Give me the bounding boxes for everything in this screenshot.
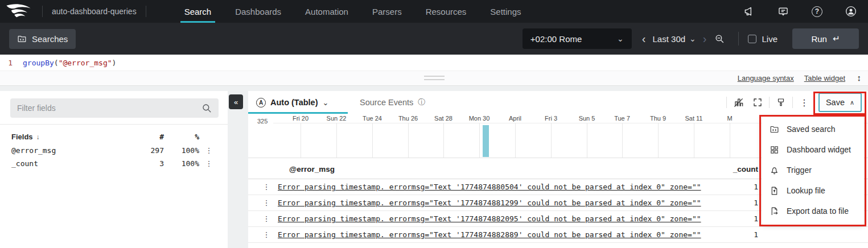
- menu-item-label: Trigger: [787, 166, 812, 175]
- error-msg-cell[interactable]: Error parsing timestamp. errormsg="Text …: [278, 183, 718, 191]
- live-toggle: Live: [748, 34, 778, 44]
- timezone-selector[interactable]: +02:00 Rome ⌄: [523, 28, 632, 49]
- nav-item-automation[interactable]: Automation: [293, 0, 360, 23]
- menu-item-label: Saved search: [787, 125, 836, 134]
- more-options-button[interactable]: ⋮: [795, 93, 814, 112]
- query-string-arg: "@error_msg": [59, 59, 112, 67]
- row-menu-button[interactable]: ⋮: [255, 214, 278, 223]
- table-widget-link[interactable]: Table widget: [804, 74, 845, 82]
- error-msg-cell[interactable]: Error parsing timestamp. errormsg="Text …: [278, 214, 718, 223]
- query-toolbar: Searches +02:00 Rome ⌄ ‹ Last 30d ⌄ › Li…: [0, 23, 868, 55]
- enter-icon: ↵: [833, 34, 840, 44]
- chevron-down-icon: ⌄: [323, 98, 329, 107]
- sort-down-icon: ↓: [36, 133, 40, 141]
- collapse-fields-panel-button[interactable]: «: [229, 94, 243, 109]
- time-shift-back-button[interactable]: ‹: [639, 33, 649, 44]
- menu-item-lookup-file[interactable]: Lookup file: [762, 180, 864, 201]
- query-text[interactable]: groupBy("@error_msg"): [17, 59, 116, 67]
- column-header-error-msg[interactable]: @error_msg: [289, 165, 335, 173]
- toolbar-divider: [726, 97, 727, 108]
- run-label: Run: [811, 34, 827, 44]
- zoom-out-button[interactable]: [710, 29, 729, 48]
- field-name[interactable]: @error_msg: [11, 146, 131, 155]
- announcements-icon[interactable]: [743, 6, 755, 17]
- main-nav: Search Dashboards Automation Parsers Res…: [172, 0, 533, 23]
- chart-gridline: [515, 123, 516, 158]
- count-column-header: #: [131, 133, 164, 141]
- row-menu-button[interactable]: ⋮: [255, 230, 278, 239]
- fullscreen-icon[interactable]: [748, 93, 767, 112]
- fields-panel: Fields↓ # % @error_msg 297 100% ⋮ _count…: [0, 91, 228, 248]
- chart-gridline: [301, 123, 301, 158]
- chart-gridline: [694, 123, 694, 158]
- query-paren: ): [112, 59, 117, 67]
- fields-sort-header[interactable]: Fields↓: [11, 133, 131, 141]
- column-header-count[interactable]: _count: [733, 165, 758, 173]
- row-menu-button[interactable]: ⋮: [255, 199, 278, 207]
- editor-resize-handle[interactable]: [424, 76, 445, 82]
- language-syntax-link[interactable]: Language syntax: [738, 74, 794, 82]
- field-name[interactable]: _count: [11, 159, 131, 168]
- live-label: Live: [762, 34, 778, 44]
- x-tick-label: Thu 9: [650, 115, 666, 122]
- timezone-value: +02:00 Rome: [530, 34, 582, 44]
- searches-button[interactable]: Searches: [9, 29, 76, 49]
- count-cell: 1: [718, 230, 758, 239]
- results-toolbar: ⋮: [725, 93, 814, 112]
- field-menu-button[interactable]: ⋮: [199, 159, 219, 168]
- expand-editor-icon[interactable]: ↕: [857, 73, 862, 82]
- folder-code-icon: [17, 34, 27, 44]
- top-navbar: auto-dashboard-queries Search Dashboards…: [0, 0, 868, 23]
- chevron-down-icon: ⌄: [617, 35, 624, 43]
- help-icon[interactable]: ?: [812, 6, 822, 17]
- menu-item-saved-search[interactable]: Saved search: [762, 119, 864, 139]
- row-menu-button[interactable]: ⋮: [255, 183, 278, 191]
- dashboard-grid-icon: [770, 145, 779, 155]
- menu-item-trigger[interactable]: Trigger: [762, 160, 864, 180]
- search-icon: [201, 103, 212, 113]
- chart-gridline: [443, 123, 444, 158]
- chart-gridline: [551, 123, 552, 158]
- chevron-up-icon: ∧: [850, 99, 854, 106]
- display-options-icon[interactable]: [771, 93, 791, 112]
- chevron-down-icon: ⌄: [689, 35, 696, 43]
- nav-item-dashboards[interactable]: Dashboards: [223, 0, 293, 23]
- query-editor[interactable]: 1 groupBy("@error_msg"): [0, 55, 868, 71]
- bell-icon: [770, 166, 779, 175]
- nav-item-parsers[interactable]: Parsers: [360, 0, 414, 23]
- app-root: auto-dashboard-queries Search Dashboards…: [0, 0, 868, 248]
- nav-item-settings[interactable]: Settings: [478, 0, 533, 23]
- field-count: 3: [131, 159, 164, 168]
- feedback-icon[interactable]: [778, 6, 789, 17]
- error-msg-cell[interactable]: Error parsing timestamp. errormsg="Text …: [278, 199, 718, 207]
- tab-source-events[interactable]: Source Events ⓘ: [360, 91, 425, 114]
- auto-format-icon: A: [256, 98, 266, 108]
- y-axis-top-label: 325: [257, 118, 268, 125]
- run-button[interactable]: Run ↵: [792, 28, 859, 49]
- count-cell: 1: [718, 199, 758, 207]
- field-menu-button[interactable]: ⋮: [199, 146, 219, 155]
- menu-item-label: Lookup file: [787, 186, 825, 195]
- info-icon[interactable]: ⓘ: [418, 97, 425, 108]
- nav-item-search[interactable]: Search: [172, 0, 224, 23]
- crowdstrike-falcon-logo[interactable]: [5, 3, 33, 20]
- user-avatar[interactable]: [845, 6, 857, 17]
- error-msg-cell[interactable]: Error parsing timestamp. errormsg="Text …: [278, 230, 718, 239]
- menu-item-dashboard-widget[interactable]: Dashboard widget: [762, 139, 864, 160]
- tab-auto-table[interactable]: A Auto (Table) ⌄: [256, 91, 328, 114]
- repository-name[interactable]: auto-dashboard-queries: [52, 7, 137, 16]
- time-range-selector[interactable]: Last 30d ⌄: [653, 34, 696, 44]
- navbar-divider: [42, 6, 43, 17]
- menu-item-export-data[interactable]: Export data to file: [762, 201, 864, 221]
- chart-gridline: [479, 123, 480, 158]
- hide-histogram-icon[interactable]: [729, 93, 748, 112]
- menu-item-label: Export data to file: [787, 206, 849, 216]
- histogram-bar[interactable]: [483, 125, 489, 157]
- save-button[interactable]: Save ∧: [818, 93, 862, 112]
- tab-auto-label: Auto (Table): [270, 98, 318, 107]
- filter-fields-input[interactable]: [10, 98, 219, 118]
- live-checkbox[interactable]: [748, 35, 756, 43]
- x-tick-label: Sun 22: [327, 115, 347, 122]
- nav-item-resources[interactable]: Resources: [414, 0, 479, 23]
- time-shift-forward-button[interactable]: ›: [700, 33, 710, 44]
